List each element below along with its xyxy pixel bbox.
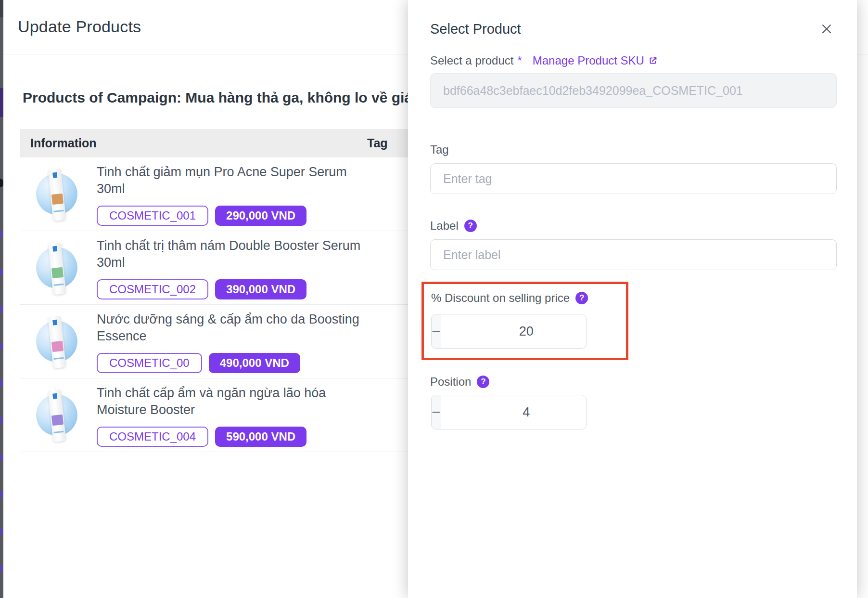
sidebar-fragment	[0, 0, 3, 17]
tube-stripe	[53, 284, 64, 286]
close-icon	[819, 22, 834, 36]
chip-fragment	[0, 416, 3, 424]
price-chip: 390,000 VND	[215, 279, 306, 299]
discount-value-input[interactable]	[441, 314, 587, 348]
tube-label-band	[51, 267, 64, 278]
position-value-input[interactable]	[441, 395, 587, 429]
help-icon[interactable]: ?	[477, 376, 489, 388]
screen: Update Products Products of Campaign: Mu…	[0, 0, 868, 598]
discount-stepper: − +	[431, 314, 587, 349]
product-info: Tinh chất cấp ẩm và ngăn ngừa lão hóa Mo…	[97, 384, 373, 447]
discount-label-row: % Discount on selling price ?	[431, 291, 588, 305]
manage-product-sku-label: Manage Product SKU	[533, 54, 644, 67]
tube-stripe	[53, 210, 64, 212]
label-input[interactable]	[430, 239, 837, 270]
product-chips: COSMETIC_002 390,000 VND	[97, 279, 373, 299]
sidebar-avatar-fragment	[0, 179, 3, 187]
product-chips: COSMETIC_001 290,000 VND	[97, 206, 373, 226]
help-icon[interactable]: ?	[575, 292, 588, 304]
label-label-row: Label ?	[430, 219, 477, 233]
close-button[interactable]	[818, 21, 835, 38]
tube-logo	[52, 393, 57, 399]
chip-fragment	[0, 268, 3, 276]
chip-fragment	[0, 379, 3, 387]
product-info: Tinh chất trị thâm nám Double Booster Se…	[97, 236, 373, 299]
required-asterisk: *	[517, 54, 522, 67]
external-link-icon	[648, 55, 658, 66]
product-info: Nước dưỡng sáng & cấp ẩm cho da Boosting…	[97, 310, 373, 373]
product-name: Tinh chất trị thâm nám Double Booster Se…	[97, 237, 373, 271]
chip-fragment	[0, 454, 3, 461]
position-decrease-button[interactable]: −	[432, 395, 441, 429]
sku-chip: COSMETIC_00	[97, 353, 202, 373]
product-chips: COSMETIC_004 590,000 VND	[97, 427, 373, 447]
background-sidebar-strip	[0, 0, 3, 598]
price-chip: 590,000 VND	[215, 427, 306, 447]
label-label: Label	[430, 219, 459, 233]
tube-label-band	[51, 415, 64, 426]
chip-fragment	[0, 565, 3, 572]
page-title: Update Products	[18, 17, 141, 36]
price-chip: 490,000 VND	[209, 353, 300, 373]
product-name: Tinh chất cấp ẩm và ngăn ngừa lão hóa Mo…	[97, 385, 373, 418]
chip-fragment	[0, 528, 3, 535]
tag-label: Tag	[430, 143, 449, 156]
product-info: Tinh chất giảm mụn Pro Acne Super Serum …	[97, 163, 373, 226]
product-chips: COSMETIC_00 490,000 VND	[97, 353, 373, 373]
chip-fragment	[0, 491, 3, 498]
sku-chip: COSMETIC_004	[97, 427, 208, 447]
select-product-label: Select a product	[430, 54, 513, 67]
chip-fragment	[0, 230, 3, 238]
selected-product-input	[430, 73, 837, 108]
price-chip: 290,000 VND	[215, 206, 306, 226]
tag-input[interactable]	[430, 163, 837, 194]
tube-logo	[52, 320, 57, 325]
tube-label-band	[51, 194, 64, 205]
sku-chip: COSMETIC_002	[97, 279, 208, 299]
sidebar-active-fragment	[0, 88, 3, 117]
tube-stripe	[53, 357, 64, 360]
column-header-tag: Tag	[367, 136, 388, 150]
tube-logo	[52, 246, 57, 252]
discount-decrease-button[interactable]: −	[432, 314, 441, 348]
product-name: Tinh chất giảm mụn Pro Acne Super Serum …	[97, 164, 373, 197]
campaign-heading: Products of Campaign: Mua hàng thả ga, k…	[23, 90, 412, 106]
discount-label: % Discount on selling price	[431, 291, 570, 305]
sku-chip: COSMETIC_001	[97, 206, 208, 226]
product-image	[36, 321, 77, 362]
manage-product-sku-link[interactable]: Manage Product SKU	[533, 54, 658, 67]
select-product-label-row: Select a product * Manage Product SKU	[430, 54, 658, 67]
position-label: Position	[430, 375, 471, 389]
select-product-drawer: Select Product Select a product * Manage…	[408, 0, 857, 598]
tube-stripe	[53, 431, 64, 433]
product-name: Nước dưỡng sáng & cấp ẩm cho da Boosting…	[97, 311, 373, 345]
help-icon[interactable]: ?	[464, 220, 477, 232]
product-image	[36, 173, 77, 215]
column-header-information: Information	[30, 136, 97, 150]
drawer-title: Select Product	[430, 21, 521, 37]
discount-highlight-box: % Discount on selling price ? − +	[421, 282, 628, 360]
tube-logo	[52, 172, 57, 178]
position-label-row: Position ?	[430, 375, 489, 389]
chip-fragment	[0, 342, 3, 350]
product-image	[36, 394, 77, 436]
position-stepper: − +	[431, 395, 587, 429]
product-image	[36, 247, 77, 288]
chip-fragment	[0, 305, 3, 313]
tube-label-band	[51, 341, 64, 352]
